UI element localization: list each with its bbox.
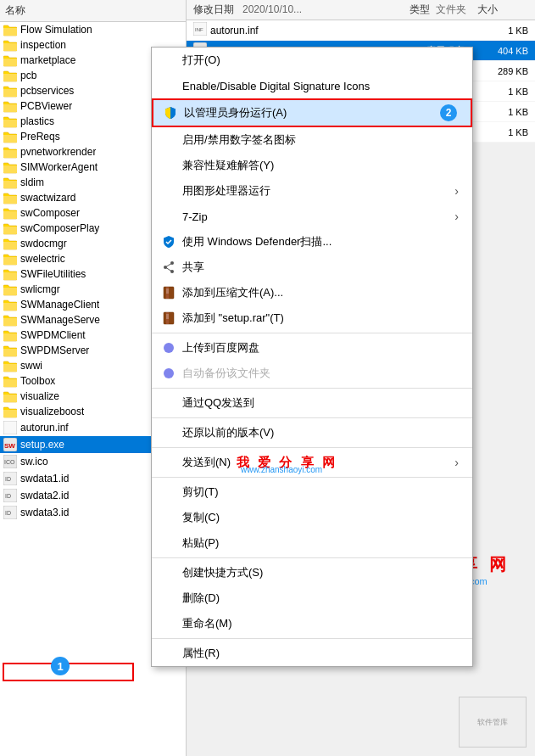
- menu-label: 以管理员身份运行(A): [184, 105, 435, 120]
- submenu-arrow: ›: [454, 184, 459, 198]
- file-name: swactwizard: [20, 192, 75, 204]
- menu-item-qq_send[interactable]: 通过QQ发送到: [152, 390, 472, 416]
- folder-icon: [3, 146, 17, 158]
- right-col-date-header: 修改日期 2020/10/10...: [193, 3, 410, 17]
- folder-icon: [3, 192, 17, 204]
- folder-icon: [3, 360, 17, 372]
- menu-label: 7-Zip: [182, 210, 454, 223]
- menu-separator: [152, 477, 472, 478]
- menu-item-icon: [160, 77, 177, 94]
- menu-item-enable_disable_cn[interactable]: 启用/禁用数字签名图标: [152, 127, 472, 153]
- menu-item-add_compress[interactable]: 添加到压缩文件(A)...: [152, 280, 472, 305]
- file-name: Flow Simulation: [20, 24, 92, 36]
- file-name: swdata1.id: [20, 473, 69, 484]
- context-menu[interactable]: 打开(O)Enable/Disable Digital Signature Ic…: [151, 47, 473, 667]
- id-icon: ID: [3, 489, 17, 502]
- menu-item-open[interactable]: 打开(O): [152, 48, 472, 73]
- menu-item-add_rar[interactable]: 添加到 "setup.rar"(T): [152, 305, 472, 331]
- file-name: swComposerPlay: [20, 222, 99, 234]
- menu-separator: [152, 557, 472, 558]
- menu-label: 打开(O): [182, 53, 459, 68]
- menu-item-icon: [160, 454, 177, 471]
- file-name: SWManageServe: [20, 314, 100, 326]
- menu-item-7zip[interactable]: 7-Zip›: [152, 204, 472, 229]
- folder-icon: [3, 314, 17, 326]
- submenu-arrow: ›: [454, 456, 459, 469]
- file-name: plastics: [20, 115, 54, 127]
- menu-label: 通过QQ发送到: [182, 395, 459, 411]
- menu-item-icon: [160, 52, 177, 69]
- right-header: 修改日期 2020/10/10... 类型 文件夹 大小: [187, 0, 535, 20]
- file-name: visualize: [20, 390, 59, 402]
- menu-item-icon: [160, 645, 177, 662]
- file-name: SWPDMServer: [20, 344, 89, 356]
- svg-line-26: [165, 263, 172, 267]
- menu-item-run_gpu[interactable]: 用图形处理器运行›: [152, 178, 472, 204]
- right-file-row[interactable]: INF autorun.inf 1 KB: [187, 20, 535, 41]
- menu-label: 启用/禁用数字签名图标: [182, 132, 459, 148]
- menu-item-create_shortcut[interactable]: 创建快捷方式(S): [152, 560, 472, 585]
- menu-item-paste[interactable]: 粘贴(P): [152, 530, 472, 556]
- right-file-size: 1 KB: [486, 127, 528, 137]
- menu-item-icon: [160, 484, 177, 501]
- menu-item-baidu[interactable]: 上传到百度网盘: [152, 335, 472, 361]
- menu-label: Enable/Disable Digital Signature Icons: [182, 80, 459, 92]
- folder-icon: [3, 176, 17, 188]
- menu-item-icon: [160, 424, 177, 441]
- menu-item-rename[interactable]: 重命名(M): [152, 611, 472, 636]
- col-name-header: 名称: [5, 3, 181, 18]
- menu-label: 兼容性疑难解答(Y): [182, 158, 459, 173]
- menu-separator: [152, 388, 472, 389]
- thumbnail-area: 软件管库: [459, 697, 527, 748]
- svg-text:INF: INF: [195, 27, 203, 32]
- badge-2-inline: 2: [440, 104, 457, 121]
- menu-item-cut[interactable]: 剪切(T): [152, 479, 472, 505]
- file-name: setup.exe: [20, 439, 64, 451]
- menu-item-compat_trouble[interactable]: 兼容性疑难解答(Y): [152, 153, 472, 178]
- folder-icon: [3, 39, 17, 51]
- svg-point-38: [164, 343, 174, 353]
- file-name: inspection: [20, 39, 66, 51]
- folder-icon: [3, 268, 17, 280]
- folder-icon: [3, 299, 17, 311]
- menu-item-properties[interactable]: 属性(R): [152, 641, 472, 666]
- menu-item-icon: [160, 208, 177, 225]
- folder-icon: [3, 329, 17, 341]
- folder-icon: [3, 283, 17, 295]
- menu-item-share[interactable]: 共享: [152, 255, 472, 280]
- folder-icon: [3, 344, 17, 356]
- svg-text:ID: ID: [5, 476, 11, 482]
- file-name: swdata2.id: [20, 490, 69, 501]
- folder-icon: [3, 375, 17, 387]
- menu-label: 属性(R): [182, 646, 459, 661]
- menu-item-copy[interactable]: 复制(C): [152, 505, 472, 530]
- menu-separator: [152, 417, 472, 418]
- menu-item-enable_disable_sig[interactable]: Enable/Disable Digital Signature Icons: [152, 73, 472, 98]
- menu-label: 重命名(M): [182, 616, 459, 631]
- file-name: marketplace: [20, 54, 75, 66]
- menu-item-defender[interactable]: 使用 Windows Defender扫描...: [152, 229, 472, 255]
- file-name: swwi: [20, 360, 42, 372]
- menu-item-icon: [160, 615, 177, 632]
- file-name: pcbservices: [20, 85, 74, 97]
- file-name: swlicmgr: [20, 283, 60, 295]
- file-name: PreReqs: [20, 131, 60, 143]
- menu-item-restore[interactable]: 还原以前的版本(V): [152, 420, 472, 445]
- menu-separator: [152, 447, 472, 448]
- file-item-flow-simulation[interactable]: Flow Simulation: [0, 22, 186, 37]
- file-name: pvnetworkrender: [20, 146, 96, 158]
- menu-item-icon: [160, 509, 177, 526]
- menu-item-send_to[interactable]: 发送到(N)›我 爱 分 享 网 www.zhanshaoyi.com: [152, 450, 472, 475]
- file-name: SWPDMClient: [20, 329, 86, 341]
- watermark-sub-in-menu: www.zhanshaoyi.com: [241, 465, 322, 474]
- file-name: PCBViewer: [20, 100, 72, 112]
- file-name: SWManageClient: [20, 299, 99, 311]
- menu-item-delete[interactable]: 删除(D): [152, 585, 472, 611]
- svg-text:SW: SW: [4, 442, 15, 450]
- menu-item-run_as_admin[interactable]: 以管理员身份运行(A)2: [152, 98, 472, 127]
- menu-item-icon: [160, 395, 177, 412]
- menu-label: 使用 Windows Defender扫描...: [182, 234, 459, 249]
- folder-icon: [3, 161, 17, 173]
- menu-item-icon: [160, 310, 177, 327]
- svg-text:ICO: ICO: [4, 459, 15, 465]
